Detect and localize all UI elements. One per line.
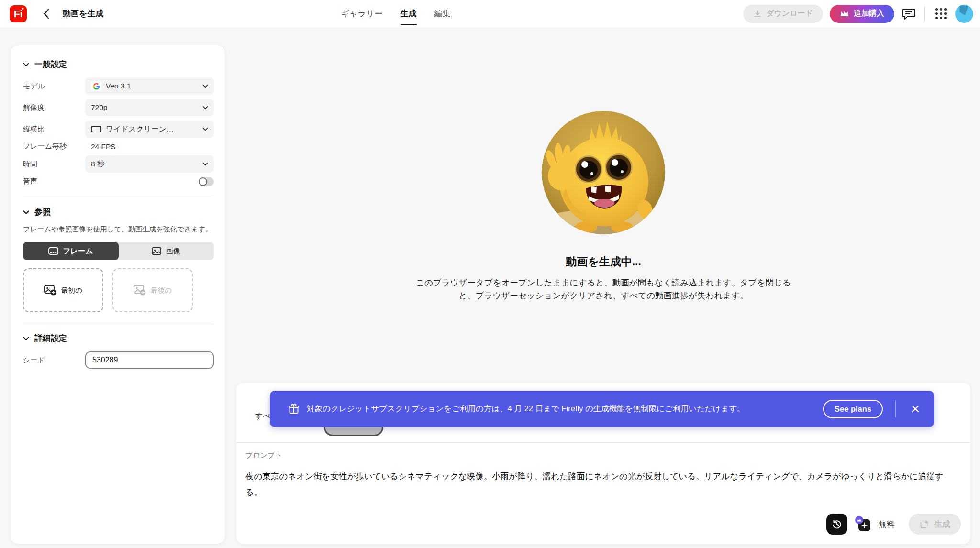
prompt-footer: 無料 生成 — [826, 514, 961, 535]
promo-banner-text: 対象のクレジットサブスクリプションをご利用の方は、4 月 22 日まで Fire… — [307, 404, 823, 414]
premium-indicator — [855, 516, 870, 532]
seed-row: シード — [23, 351, 214, 369]
toggle-knob — [199, 177, 207, 186]
general-settings-title: 一般設定 — [34, 59, 67, 70]
reference-title: 参照 — [34, 207, 51, 218]
last-frame-label: 最後の — [151, 286, 172, 295]
segment-image[interactable]: 画像 — [119, 242, 214, 260]
buy-more-label: 追加購入 — [854, 9, 884, 19]
tab-gallery[interactable]: ギャラリー — [341, 0, 383, 27]
last-frame-upload[interactable]: 最後の — [112, 268, 193, 312]
chevron-down-icon — [202, 127, 208, 131]
widescreen-icon — [91, 126, 101, 132]
back-button[interactable] — [40, 8, 52, 20]
status-message: このブラウザータブをオープンしたままにすると、動画が間もなく読み込まれます。タブ… — [412, 276, 795, 302]
yellow-character-illustration — [542, 111, 665, 234]
duration-select[interactable]: 8 秒 — [85, 155, 214, 173]
generate-label: 生成 — [934, 519, 950, 530]
feedback-button[interactable] — [901, 6, 916, 22]
prompt-area[interactable]: プロンプト 夜の東京のネオン街を女性が歩いているシネマティックな映像。小雨が降り… — [245, 451, 960, 500]
frame-upload-row: 最初の 最後の — [23, 268, 214, 312]
topbar-divider — [924, 7, 925, 21]
resolution-select[interactable]: 720p — [85, 99, 214, 116]
aspect-ratio-value: ワイドスクリーン… — [106, 124, 198, 134]
section-divider — [23, 196, 214, 196]
banner-close-button[interactable] — [907, 401, 924, 417]
download-button[interactable]: ダウンロード — [743, 5, 823, 23]
apps-grid-icon — [935, 8, 947, 19]
advanced-settings-title: 詳細設定 — [34, 333, 67, 344]
reference-description: フレームや参照画像を使用して、動画生成を強化できます。 — [23, 224, 214, 234]
film-frame-icon — [48, 247, 58, 255]
duration-row: 時間 8 秒 — [23, 155, 214, 173]
resolution-label: 解像度 — [23, 103, 85, 112]
fps-row: フレーム毎秒 24 FPS — [23, 142, 214, 151]
chevron-down-icon — [23, 337, 29, 340]
download-label: ダウンロード — [766, 9, 813, 19]
history-button[interactable] — [826, 514, 847, 535]
generation-status-area: 動画を生成中... このブラウザータブをオープンしたままにすると、動画が間もなく… — [227, 27, 980, 302]
filter-all-label[interactable]: すべ — [255, 411, 271, 421]
section-divider — [23, 322, 214, 322]
page-title: 動画を生成 — [63, 8, 103, 19]
first-frame-label: 最初の — [61, 286, 82, 295]
image-add-icon — [44, 285, 56, 296]
app-switcher-button[interactable] — [933, 6, 948, 22]
general-settings-header[interactable]: 一般設定 — [23, 59, 214, 70]
feedback-bubble-icon — [902, 8, 915, 20]
chevron-left-icon — [43, 9, 49, 19]
google-logo-icon — [91, 81, 101, 91]
model-row: モデル Veo 3.1 — [23, 77, 214, 95]
topbar-left: Fi ✦ 動画を生成 — [0, 5, 103, 22]
logo-sparkle-icon: ✦ — [21, 7, 24, 11]
segment-image-label: 画像 — [166, 246, 180, 256]
main-tabs: ギャラリー 生成 編集 — [341, 0, 451, 27]
fps-label: フレーム毎秒 — [23, 142, 85, 151]
chevron-down-icon — [23, 63, 29, 66]
reference-type-segmented: フレーム 画像 — [23, 242, 214, 260]
model-label: モデル — [23, 82, 85, 91]
prompt-text[interactable]: 夜の東京のネオン街を女性が歩いているシネマティックな映像。小雨が降り、濡れた路面… — [245, 469, 960, 500]
gift-icon — [288, 403, 300, 415]
audio-toggle[interactable] — [199, 177, 214, 186]
generate-sparkle-icon — [919, 519, 929, 529]
chevron-down-icon — [23, 210, 29, 214]
download-icon — [753, 10, 762, 18]
settings-sidebar: 一般設定 モデル Veo 3.1 解像度 720p 縦横比 ワイドスクリーン… … — [11, 45, 225, 544]
chevron-down-icon — [202, 106, 208, 110]
generating-preview-image — [542, 111, 665, 234]
top-bar: Fi ✦ 動画を生成 ギャラリー 生成 編集 ダウンロード 追加購入 — [0, 0, 980, 27]
aspect-ratio-row: 縦横比 ワイドスクリーン… — [23, 121, 214, 138]
banner-divider — [895, 400, 896, 417]
buy-more-button[interactable]: 追加購入 — [830, 5, 894, 23]
picture-icon — [152, 247, 161, 255]
segment-frame[interactable]: フレーム — [23, 242, 119, 260]
seed-input[interactable] — [85, 351, 214, 369]
chevron-down-icon — [202, 84, 208, 88]
generate-button[interactable]: 生成 — [909, 514, 961, 535]
duration-value: 8 秒 — [91, 159, 198, 169]
free-label: 無料 — [879, 519, 895, 530]
tab-edit[interactable]: 編集 — [434, 0, 451, 27]
panel-divider — [236, 442, 970, 443]
see-plans-button[interactable]: See plans — [823, 400, 883, 418]
aspect-ratio-select[interactable]: ワイドスクリーン… — [85, 121, 214, 138]
reference-header[interactable]: 参照 — [23, 207, 214, 218]
resolution-row: 解像度 720p — [23, 99, 214, 116]
duration-label: 時間 — [23, 160, 85, 169]
tab-generate[interactable]: 生成 — [401, 0, 417, 27]
prompt-label: プロンプト — [245, 451, 960, 460]
first-frame-upload[interactable]: 最初の — [23, 268, 103, 312]
firefly-logo[interactable]: Fi ✦ — [10, 5, 27, 22]
close-icon — [912, 405, 919, 413]
user-avatar[interactable] — [955, 5, 973, 23]
model-select[interactable]: Veo 3.1 — [85, 77, 214, 95]
advanced-settings-header[interactable]: 詳細設定 — [23, 333, 214, 344]
promo-banner: 対象のクレジットサブスクリプションをご利用の方は、4 月 22 日まで Fire… — [270, 391, 934, 427]
audio-label: 音声 — [23, 177, 85, 186]
image-add-icon — [134, 285, 146, 296]
resolution-value: 720p — [91, 103, 198, 112]
crown-icon — [840, 10, 849, 18]
audio-row: 音声 — [23, 177, 214, 186]
topbar-right: ダウンロード 追加購入 — [743, 0, 973, 27]
